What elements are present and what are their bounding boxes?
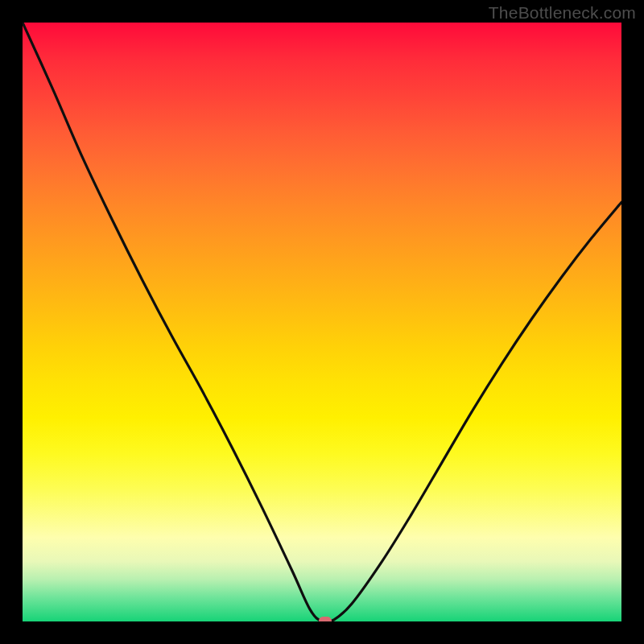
- watermark-text: TheBottleneck.com: [489, 3, 636, 23]
- plot-area: [23, 23, 621, 621]
- optimum-marker: [319, 617, 332, 621]
- chart-frame: TheBottleneck.com: [0, 0, 644, 644]
- bottleneck-curve: [23, 23, 621, 621]
